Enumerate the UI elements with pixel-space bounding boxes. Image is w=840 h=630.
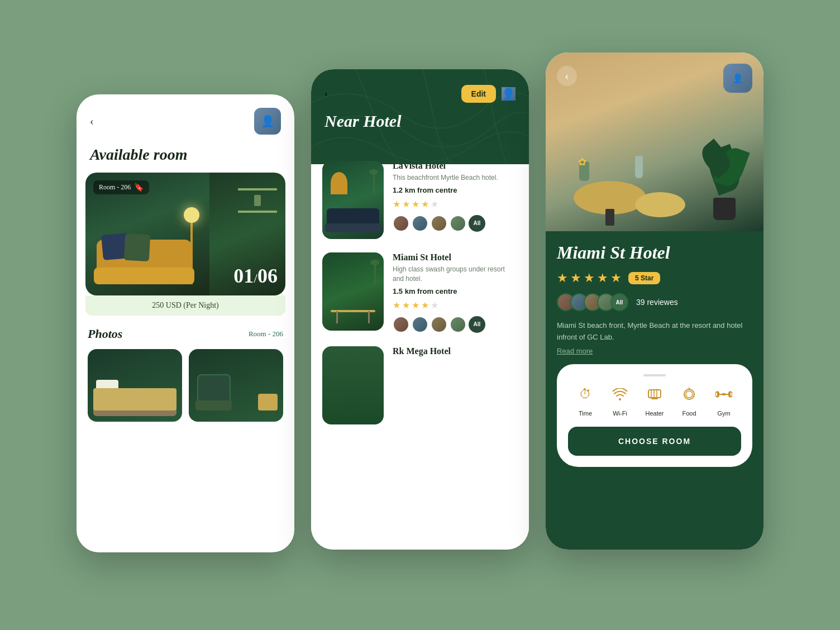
read-more-link[interactable]: Read more — [557, 347, 752, 355]
edit-button[interactable]: Edit — [461, 85, 496, 103]
photos-section: Photos Room - 206 — [77, 316, 294, 422]
amenities-row: ⏱ Time Wi-Fi — [568, 382, 741, 417]
hotel-sofa-seat — [325, 223, 381, 232]
page-counter: 01/06 — [233, 264, 278, 288]
page-total: 06 — [257, 265, 278, 287]
all-badge-3[interactable]: All — [610, 293, 628, 311]
phone2-top: ‹ Edit 👤 Near Hotel — [311, 69, 529, 164]
avatars-row: All — [393, 215, 518, 232]
room-main-image: Room - 206 🔖 — [85, 173, 209, 295]
mini-avatar-4 — [450, 215, 466, 232]
bookmark-icon: 🔖 — [134, 183, 144, 192]
hotel-hero: ✿ ‹ 👤 — [546, 52, 763, 231]
wifi-label: Wi-Fi — [613, 410, 627, 417]
big-star-2: ★ — [570, 271, 581, 285]
phone1-header: ‹ 👤 — [77, 94, 294, 140]
hotel-info-miami: Miami St Hotel High class swash groups u… — [393, 252, 518, 333]
star-2: ★ — [402, 300, 410, 311]
hotel-img-lavista — [322, 161, 384, 239]
page-current: 01 — [233, 265, 254, 287]
flower-decor: ✿ — [578, 156, 590, 164]
pillow-green — [124, 233, 150, 261]
photo-thumb-chair[interactable] — [189, 349, 283, 422]
reviewer-avatars: All — [557, 293, 628, 311]
star-2: ★ — [402, 199, 410, 209]
phone2-header-right: Edit 👤 — [461, 85, 516, 103]
phone-near-hotel: ‹ Edit 👤 Near Hotel — [311, 69, 529, 550]
mini-avatar-m1 — [393, 316, 409, 333]
big-star-1: ★ — [557, 271, 568, 285]
rating-row: ★ ★ ★ ★ ★ 5 Star — [557, 271, 752, 285]
reviews-count: 39 reviewes — [636, 298, 678, 307]
plant-stem — [373, 172, 375, 194]
star-1: ★ — [393, 199, 400, 209]
plant-leaf-2 — [370, 260, 379, 265]
svg-rect-13 — [717, 391, 718, 398]
plant-leaves — [702, 142, 747, 203]
all-badge[interactable]: All — [469, 215, 485, 232]
hotel-plant — [368, 166, 379, 194]
mini-avatar-2 — [412, 215, 428, 232]
shelf-item — [254, 195, 261, 206]
svg-rect-8 — [722, 393, 726, 395]
vase-2 — [635, 156, 643, 178]
food-label: Food — [682, 410, 696, 417]
mini-avatar-m2 — [412, 316, 428, 333]
phone3-bottom: ⏱ Time Wi-Fi — [557, 364, 752, 467]
svg-rect-0 — [648, 390, 661, 398]
star-4: ★ — [421, 300, 429, 311]
star-5-empty: ★ — [431, 199, 438, 209]
big-star-3: ★ — [584, 271, 595, 285]
side-table — [258, 394, 278, 411]
back-button[interactable]: ‹ — [90, 115, 94, 128]
table-leg-1 — [336, 311, 338, 323]
room-badge-text: Room - 206 — [99, 183, 131, 192]
heater-icon — [642, 382, 667, 407]
gym-label: Gym — [717, 410, 730, 417]
star-rating-miami: ★ ★ ★ ★ ★ — [393, 300, 518, 311]
time-label: Time — [579, 410, 592, 417]
back-button-3[interactable]: ‹ — [557, 66, 577, 86]
page-title: Available room — [90, 146, 281, 164]
big-stars: ★ ★ ★ ★ ★ — [557, 271, 622, 285]
shelf-bar-2 — [238, 211, 277, 213]
choose-room-button[interactable]: CHOOSE ROOM — [568, 427, 741, 456]
avatar: 👤 — [254, 108, 281, 135]
hotel-info-lavista: LaVista Hotel This beachfront Myrtle Bea… — [393, 161, 518, 232]
photo-thumb-bedroom[interactable] — [88, 349, 182, 422]
back-button-2[interactable]: ‹ — [324, 89, 327, 99]
mini-avatar-m4 — [450, 316, 466, 333]
wifi-icon — [608, 382, 632, 407]
phone-available-room: ‹ 👤 Available room Room - 206 � — [77, 94, 294, 552]
lamp-head — [184, 207, 199, 223]
hotel-img-miami — [322, 252, 384, 331]
room-card[interactable]: Room - 206 🔖 01/06 — [85, 173, 285, 295]
hotel-sofa — [322, 200, 384, 239]
table-leg-2 — [368, 311, 370, 323]
time-icon: ⏱ — [573, 382, 598, 407]
room-badge: Room - 206 🔖 — [93, 180, 149, 194]
amenity-heater: Heater — [642, 382, 667, 417]
photos-title: Photos — [88, 327, 122, 341]
sofa-seat — [94, 268, 194, 284]
photos-header: Photos Room - 206 — [88, 327, 283, 341]
room-label: Room - 206 — [249, 330, 283, 338]
price-tag: 250 USD (Per Night) — [85, 295, 285, 316]
reviewers-row: All 39 reviewes — [557, 293, 752, 311]
shelf-bar — [238, 188, 277, 190]
avatar-2: 👤 — [502, 87, 516, 101]
star-rating: ★ ★ ★ ★ ★ — [393, 199, 518, 209]
phone-hotel-detail: ✿ ‹ 👤 Miami St Hotel ★ ★ ★ ★ ★ — [546, 52, 763, 550]
hotel-distance: 1.2 km from centre — [393, 186, 518, 194]
plant-leaf — [369, 169, 378, 175]
hotel-distance-miami: 1.5 km from centre — [393, 287, 518, 295]
plant-pot — [713, 198, 736, 220]
hotel-card-miami[interactable]: Miami St Hotel High class swash groups u… — [322, 252, 518, 333]
star-badge: 5 Star — [628, 272, 660, 284]
hotel-card-rk[interactable]: Rk Mega Hotel — [322, 346, 518, 424]
hotel-card-lavista[interactable]: LaVista Hotel This beachfront Myrtle Bea… — [322, 161, 518, 239]
hotel-big-name: Miami St Hotel — [557, 242, 752, 263]
hero-avatar: 👤 — [723, 64, 752, 93]
all-badge-miami[interactable]: All — [469, 316, 485, 333]
plant-stem-2 — [374, 262, 376, 285]
